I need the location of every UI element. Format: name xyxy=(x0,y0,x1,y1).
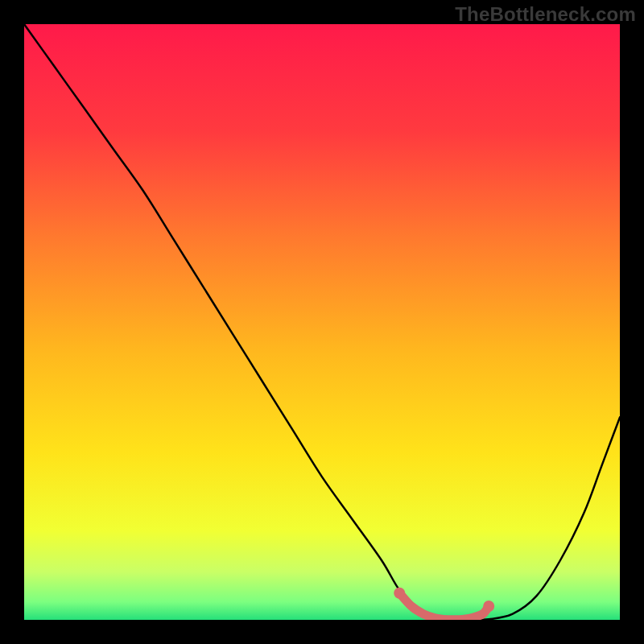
gradient-background xyxy=(24,24,620,620)
chart-svg xyxy=(24,24,620,620)
chart-plot xyxy=(24,24,620,620)
highlight-start-dot xyxy=(394,588,405,599)
highlight-end-dot xyxy=(483,601,494,612)
chart-frame: TheBottleneck.com xyxy=(0,0,644,644)
attribution-text: TheBottleneck.com xyxy=(455,3,636,26)
